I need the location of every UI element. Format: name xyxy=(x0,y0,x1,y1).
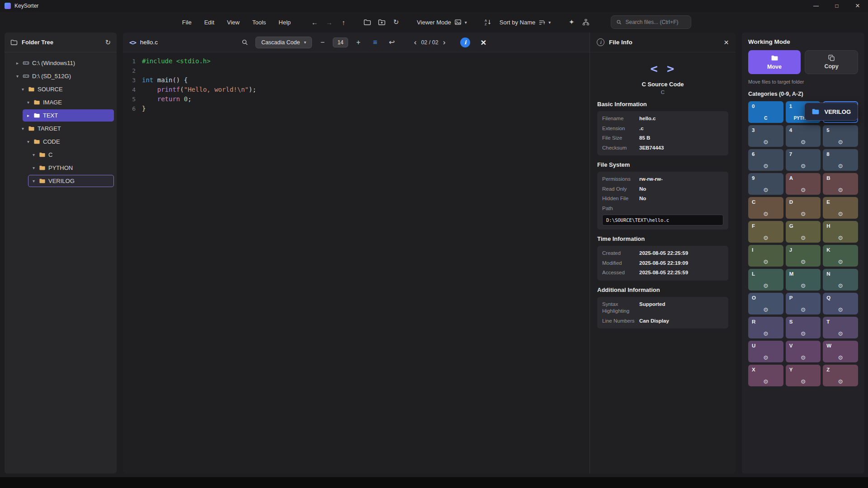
category-tile-8[interactable]: 8⚙ xyxy=(823,149,858,171)
viewer-close-button[interactable]: × xyxy=(481,37,486,48)
chevron-down-icon[interactable]: ▾ xyxy=(20,126,25,131)
line-numbers-toggle[interactable]: ≡ xyxy=(369,36,382,49)
menu-help[interactable]: Help xyxy=(273,16,296,28)
category-tile-B[interactable]: B⚙ xyxy=(823,173,858,195)
code-text: } xyxy=(142,104,146,113)
font-size-value: 14 xyxy=(333,38,348,47)
chevron-down-icon[interactable]: ▾ xyxy=(26,139,31,144)
copy-mode-button[interactable]: Copy xyxy=(805,50,858,74)
category-tile-D[interactable]: D⚙ xyxy=(786,197,821,219)
next-file-button[interactable]: › xyxy=(443,38,446,47)
viewer-search-button[interactable] xyxy=(239,36,251,49)
close-button[interactable]: × xyxy=(847,0,868,12)
maximize-button[interactable]: □ xyxy=(826,0,847,12)
menu-edit[interactable]: Edit xyxy=(199,16,220,28)
category-tile-W[interactable]: W⚙ xyxy=(823,341,858,362)
category-tile-P[interactable]: P⚙ xyxy=(786,293,821,314)
open-folder-button[interactable] xyxy=(360,15,374,29)
tree-refresh-button[interactable]: ↻ xyxy=(105,38,111,47)
prev-file-button[interactable]: ‹ xyxy=(414,38,417,47)
info-row: Read OnlyNo xyxy=(602,186,723,193)
category-tile-C[interactable]: C⚙ xyxy=(748,197,783,219)
tree-item-d-sd-512g[interactable]: ▾D:\ (SD_512G) xyxy=(12,70,114,82)
sort-by-button[interactable]: Sort by Name ▾ xyxy=(495,16,555,28)
category-tile-F[interactable]: F⚙ xyxy=(748,221,783,243)
tree-item-target[interactable]: ▾TARGET xyxy=(17,122,114,135)
minimize-button[interactable]: — xyxy=(806,0,826,12)
category-tile-K[interactable]: K⚙ xyxy=(823,245,858,267)
new-folder-button[interactable] xyxy=(375,15,388,29)
menu-tools[interactable]: Tools xyxy=(247,16,271,28)
tree-item-code[interactable]: ▾CODE xyxy=(23,136,114,148)
image-icon xyxy=(454,19,462,26)
up-button[interactable]: ↑ xyxy=(337,15,350,29)
info-label: Created xyxy=(602,250,635,257)
back-button[interactable]: ← xyxy=(308,15,321,29)
category-tile-Y[interactable]: Y⚙ xyxy=(786,365,821,386)
viewer-mode-label: Viewer Mode xyxy=(417,19,451,26)
search-input[interactable] xyxy=(625,19,686,25)
auto-sort-button[interactable]: ✦ xyxy=(565,15,578,29)
category-tile-3[interactable]: 3⚙ xyxy=(748,125,783,147)
tree-item-text[interactable]: ▸TEXT xyxy=(23,109,114,122)
category-tile-U[interactable]: U⚙ xyxy=(748,341,783,362)
category-tile-4[interactable]: 4⚙ xyxy=(786,125,821,147)
category-tile-O[interactable]: O⚙ xyxy=(748,293,783,314)
word-wrap-toggle[interactable]: ↩ xyxy=(386,36,398,49)
working-mode-panel: Working Mode Move Copy Move files to tar… xyxy=(742,33,864,474)
chevron-down-icon[interactable]: ▾ xyxy=(31,152,36,157)
category-tile-A[interactable]: A⚙ xyxy=(786,173,821,195)
viewer-mode-button[interactable]: Viewer Mode ▾ xyxy=(413,16,471,28)
chevron-down-icon[interactable]: ▾ xyxy=(15,74,20,79)
folder-tree-title: Folder Tree xyxy=(22,39,101,46)
category-tile-R[interactable]: R⚙ xyxy=(748,317,783,338)
chevron-right-icon[interactable]: ▸ xyxy=(15,61,20,66)
tree-item-c-windows11[interactable]: ▸C:\ (Windows11) xyxy=(12,57,114,69)
category-tile-E[interactable]: E⚙ xyxy=(823,197,858,219)
category-tile-Q[interactable]: Q⚙ xyxy=(823,293,858,314)
category-tile-0[interactable]: 0C xyxy=(748,101,783,123)
tree-item-source[interactable]: ▾SOURCE xyxy=(17,83,114,95)
tree-item-verilog[interactable]: ▾VERILOG xyxy=(28,175,114,187)
category-tile-L[interactable]: L⚙ xyxy=(748,269,783,291)
category-tile-H[interactable]: H⚙ xyxy=(823,221,858,243)
category-tile-X[interactable]: X⚙ xyxy=(748,365,783,386)
category-tile-J[interactable]: J⚙ xyxy=(786,245,821,267)
tree-item-c[interactable]: ▾C xyxy=(28,149,114,161)
category-tile-S[interactable]: S⚙ xyxy=(786,317,821,338)
file-info-close-button[interactable]: × xyxy=(724,38,729,47)
forward-button[interactable]: → xyxy=(322,15,336,29)
category-tile-V[interactable]: V⚙ xyxy=(786,341,821,362)
font-size-increase-button[interactable]: + xyxy=(352,36,365,49)
category-tile-5[interactable]: 5⚙ xyxy=(823,125,858,147)
menu-view[interactable]: View xyxy=(222,16,245,28)
category-tile-M[interactable]: M⚙ xyxy=(786,269,821,291)
font-family-select[interactable]: Cascadia Code ▾ xyxy=(255,37,312,48)
tree-item-python[interactable]: ▾PYTHON xyxy=(28,162,114,174)
code-content[interactable]: 1#include <stdio.h>23int main() {4 print… xyxy=(123,52,590,474)
refresh-button[interactable]: ↻ xyxy=(389,15,403,29)
tree-item-image[interactable]: ▾IMAGE xyxy=(23,96,114,108)
tile-key: G xyxy=(789,223,793,229)
category-tile-Z[interactable]: Z⚙ xyxy=(823,365,858,386)
chevron-down-icon[interactable]: ▾ xyxy=(31,165,36,170)
chevron-down-icon[interactable]: ▾ xyxy=(31,178,36,183)
chevron-right-icon[interactable]: ▸ xyxy=(26,113,31,118)
category-tile-N[interactable]: N⚙ xyxy=(823,269,858,291)
move-mode-button[interactable]: Move xyxy=(748,50,801,74)
menu-file[interactable]: File xyxy=(177,16,197,28)
tile-key: K xyxy=(826,247,830,253)
chevron-down-icon[interactable]: ▾ xyxy=(20,87,25,92)
file-info-toggle[interactable]: i xyxy=(460,38,470,47)
category-tile-9[interactable]: 9⚙ xyxy=(748,173,783,195)
category-tile-G[interactable]: G⚙ xyxy=(786,221,821,243)
info-row: Hidden FileNo xyxy=(602,195,723,202)
category-tile-T[interactable]: T⚙ xyxy=(823,317,858,338)
category-tile-I[interactable]: I⚙ xyxy=(748,245,783,267)
organize-button[interactable] xyxy=(579,15,593,29)
category-tile-6[interactable]: 6⚙ xyxy=(748,149,783,171)
font-size-decrease-button[interactable]: − xyxy=(316,36,329,49)
chevron-down-icon[interactable]: ▾ xyxy=(26,100,31,105)
section-card: Permissionsrw-rw-rw-Read OnlyNoHidden Fi… xyxy=(597,172,728,230)
category-tile-7[interactable]: 7⚙ xyxy=(786,149,821,171)
